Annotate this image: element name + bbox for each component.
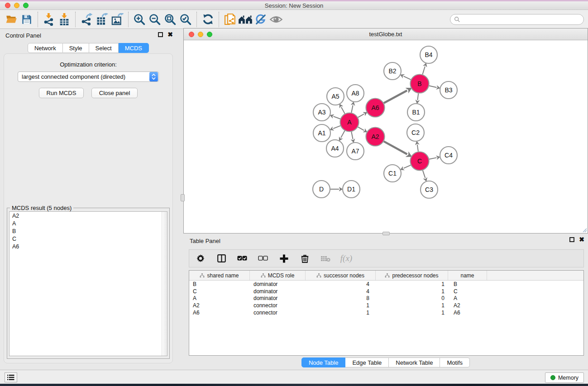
table-cell[interactable]: 0 — [376, 295, 448, 301]
table-cell[interactable]: B — [448, 281, 487, 287]
table-cell[interactable]: dominator — [250, 295, 306, 301]
edge-B-B2[interactable] — [403, 76, 411, 79]
table-cell[interactable]: A6 — [189, 310, 250, 316]
result-item[interactable]: A6 — [10, 243, 167, 250]
edge-A-A4[interactable] — [341, 131, 345, 138]
import-network-button[interactable] — [41, 11, 57, 28]
network-window-titlebar[interactable]: testGlobe.txt — [184, 29, 588, 40]
new-session-button[interactable] — [222, 11, 238, 28]
table-row[interactable]: Cdominator41C — [189, 288, 583, 295]
edge-C-C3[interactable] — [423, 170, 425, 178]
column-layout-button[interactable] — [215, 252, 227, 265]
edge-A-A8[interactable] — [351, 105, 353, 112]
table-cell[interactable]: A2 — [448, 302, 487, 309]
refresh-button[interactable] — [200, 11, 215, 28]
table-cell[interactable]: C — [189, 288, 250, 295]
edge-A-A5[interactable] — [341, 107, 345, 114]
result-item[interactable]: B — [10, 227, 167, 235]
table-cell[interactable]: dominator — [250, 281, 306, 287]
table-row[interactable]: Bdominator41B — [189, 281, 583, 288]
column-header-name[interactable]: name — [448, 271, 487, 280]
window-resize-handle[interactable] — [582, 227, 587, 233]
export-network-button[interactable] — [79, 11, 94, 28]
edge-A-A1[interactable] — [333, 126, 340, 129]
edge-A2-C[interactable] — [384, 141, 407, 154]
edge-A-A2[interactable] — [358, 127, 364, 131]
edge-A-A6[interactable] — [358, 114, 364, 118]
tab-motifs[interactable]: Motifs — [440, 357, 470, 367]
memory-button[interactable]: Memory — [545, 372, 584, 383]
task-history-button[interactable] — [5, 372, 17, 382]
edge-B-B3[interactable] — [429, 86, 437, 88]
node-table[interactable]: shared nameMCDS rolesuccessor nodesprede… — [189, 270, 584, 356]
table-settings-button[interactable] — [195, 252, 206, 265]
edge-C-C2[interactable] — [417, 145, 418, 152]
edge-A-A3[interactable] — [333, 116, 340, 119]
table-cell[interactable]: 1 — [376, 310, 448, 316]
network-graph[interactable]: B4B2BB3A8A5A6A3B1AA1C2A2A4A7C4CC1C3DD1 — [184, 40, 588, 234]
table-row[interactable]: A2connector11A2 — [189, 302, 583, 309]
search-field[interactable] — [450, 14, 584, 25]
edge-C-C4[interactable] — [429, 157, 436, 159]
column-header-predecessor-nodes[interactable]: predecessor nodes — [376, 271, 448, 280]
tab-style[interactable]: Style — [63, 43, 89, 53]
tab-select[interactable]: Select — [89, 43, 119, 53]
close-table-panel-icon[interactable]: ✖ — [579, 237, 584, 242]
table-cell[interactable]: 1 — [306, 310, 376, 316]
table-cell[interactable]: 1 — [376, 302, 448, 309]
table-cell[interactable]: 1 — [376, 281, 448, 287]
delete-table-button[interactable] — [320, 252, 331, 265]
tab-network[interactable]: Network — [28, 43, 63, 53]
open-file-button[interactable] — [4, 11, 19, 28]
function-builder-button[interactable]: f(x) — [340, 252, 352, 265]
zoom-out-button[interactable] — [147, 11, 163, 28]
table-cell[interactable]: dominator — [250, 288, 306, 295]
table-cell[interactable]: 8 — [306, 295, 376, 301]
table-row[interactable]: A6connector11A6 — [189, 309, 583, 316]
edge-C-C1[interactable] — [404, 165, 411, 168]
table-cell[interactable]: A — [189, 295, 250, 301]
search-input[interactable] — [463, 16, 580, 23]
export-image-button[interactable] — [110, 11, 125, 28]
create-column-button[interactable] — [278, 252, 290, 265]
export-table-button[interactable] — [94, 11, 110, 28]
zoom-selected-button[interactable] — [178, 11, 193, 28]
edge-A6-B[interactable] — [384, 91, 407, 103]
table-cell[interactable]: A6 — [448, 310, 487, 316]
column-header-MCDS-role[interactable]: MCDS role — [250, 271, 306, 280]
result-item[interactable]: C — [10, 235, 167, 243]
float-panel-icon[interactable] — [158, 32, 163, 37]
table-cell[interactable]: A2 — [189, 302, 250, 309]
criterion-dropdown[interactable]: largest connected component (directed) — [18, 71, 159, 82]
save-session-button[interactable] — [19, 11, 34, 28]
table-cell[interactable]: C — [448, 288, 487, 295]
tab-mcds[interactable]: MCDS — [119, 43, 149, 53]
home-pair-button[interactable] — [238, 11, 253, 28]
table-cell[interactable]: connector — [250, 302, 306, 309]
close-panel-button[interactable]: Close panel — [91, 88, 138, 98]
table-cell[interactable]: connector — [250, 310, 306, 316]
table-cell[interactable]: 4 — [306, 281, 376, 287]
select-all-columns-button[interactable] — [236, 252, 248, 265]
run-mcds-button[interactable]: Run MCDS — [39, 88, 84, 98]
edge-B-B4[interactable] — [422, 67, 425, 75]
tab-network-table[interactable]: Network Table — [389, 357, 440, 367]
result-scrollbar[interactable] — [162, 212, 167, 356]
close-panel-icon[interactable]: ✖ — [167, 32, 173, 37]
hide-graphics-button[interactable] — [253, 11, 268, 28]
delete-column-button[interactable] — [299, 252, 311, 265]
float-table-panel-icon[interactable] — [569, 237, 574, 242]
clear-all-columns-button[interactable] — [257, 252, 269, 265]
tab-node-table[interactable]: Node Table — [301, 357, 346, 367]
mcds-result-list[interactable]: A2ABCA6 — [9, 211, 167, 356]
column-header-shared-name[interactable]: shared name — [189, 271, 250, 280]
edge-A-A7[interactable] — [351, 132, 353, 139]
table-cell[interactable]: A — [448, 295, 487, 301]
table-row[interactable]: Adominator80A — [189, 295, 583, 302]
import-table-button[interactable] — [57, 11, 72, 28]
result-item[interactable]: A — [10, 219, 167, 227]
column-header-successor-nodes[interactable]: successor nodes — [306, 271, 376, 280]
table-cell[interactable]: 1 — [376, 288, 448, 295]
table-cell[interactable]: 1 — [306, 302, 376, 309]
table-cell[interactable]: 4 — [306, 288, 376, 295]
